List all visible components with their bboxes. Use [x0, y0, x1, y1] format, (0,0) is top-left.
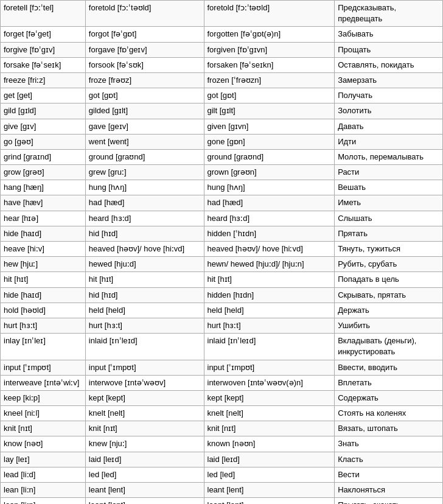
cell-participle: forgiven [fɒˈgɪvn]: [204, 42, 335, 57]
cell-translation: Держать: [335, 303, 443, 318]
cell-participle: interwoven [ɪntəˈwəʊv(ə)n]: [204, 375, 335, 390]
cell-past: kept [kept]: [85, 390, 204, 405]
table-row: lead [liːd]led [led]led [led]Вести: [1, 467, 443, 482]
cell-base: lean [liːn]: [1, 483, 86, 498]
cell-translation: Тянуть, тужиться: [335, 242, 443, 257]
cell-translation: Золотить: [335, 103, 443, 119]
cell-base: grow [grəʊ]: [1, 165, 86, 180]
cell-base: get [get]: [1, 88, 86, 103]
cell-past: foretold [fɔːˈtəʊld]: [85, 1, 204, 27]
cell-translation: Расти: [335, 165, 443, 180]
cell-translation: Прощать: [335, 42, 443, 57]
cell-past: forgot [fəˈgɒt]: [85, 27, 204, 42]
cell-past: ground [graʊnd]: [85, 149, 204, 164]
cell-past: knelt [nelt]: [85, 406, 204, 421]
table-row: grow [grəʊ]grew [gruː]grown [grəʊn]Расти: [1, 165, 443, 180]
table-row: knit [nɪt]knit [nɪt]knit [nɪt]Вязать, шт…: [1, 421, 443, 436]
cell-participle: known [nəʊn]: [204, 436, 335, 452]
cell-past: input [ˈɪmpʊt]: [85, 360, 204, 375]
cell-base: inlay [ɪnˈleɪ]: [1, 334, 86, 360]
cell-past: forgave [fɒˈgeɪv]: [85, 42, 204, 57]
table-row: hold [həʊld]held [held]held [held]Держат…: [1, 303, 443, 318]
cell-base: hide [haɪd]: [1, 287, 86, 303]
cell-base: freeze [friːz]: [1, 72, 86, 88]
cell-base: hurt [hɜːt]: [1, 318, 86, 333]
cell-translation: Вплетать: [335, 375, 443, 390]
table-row: forget [fəˈget]forgot [fəˈgɒt]forgotten …: [1, 27, 443, 42]
cell-base: hew [hjuː]: [1, 257, 86, 272]
cell-participle: hung [hʌŋ]: [204, 180, 335, 195]
cell-participle: knelt [nelt]: [204, 406, 335, 421]
cell-participle: heard [hɜːd]: [204, 211, 335, 226]
table-row: freeze [friːz]froze [frəʊz]frozen [ˈfrəʊ…: [1, 72, 443, 88]
table-row: interweave [ɪntəˈwiːv]interwove [ɪntəˈwə…: [1, 375, 443, 390]
cell-past: forsook [fəˈsʊk]: [85, 57, 204, 72]
cell-translation: Оставлять, покидать: [335, 57, 443, 72]
cell-participle: leapt [lept]: [204, 498, 335, 504]
cell-past: knit [nɪt]: [85, 421, 204, 436]
cell-base: leap [liːp]: [1, 498, 86, 504]
cell-participle: hewn/ hewed [hjuːd]/ [hjuːn]: [204, 257, 335, 272]
table-row: forsake [fəˈseɪk]forsook [fəˈsʊk]forsake…: [1, 57, 443, 72]
cell-past: leapt [lept]: [85, 498, 204, 504]
cell-translation: Иметь: [335, 195, 443, 211]
cell-translation: Молоть, перемалывать: [335, 149, 443, 164]
cell-past: hid [hɪd]: [85, 226, 204, 241]
cell-past: grew [gruː]: [85, 165, 204, 180]
cell-past: inlaid [ɪnˈleɪd]: [85, 334, 204, 360]
irregular-verbs-table: foretell [fɔːˈtel]foretold [fɔːˈtəʊld]fo…: [0, 0, 443, 504]
cell-translation: Вязать, штопать: [335, 421, 443, 436]
cell-base: input [ˈɪmpʊt]: [1, 360, 86, 375]
cell-translation: Вкладывать (деньги), инкрустировать: [335, 334, 443, 360]
table-row: lean [liːn]leant [lent]leant [lent]Накло…: [1, 483, 443, 498]
cell-participle: led [led]: [204, 467, 335, 482]
cell-translation: Идти: [335, 134, 443, 149]
cell-past: led [led]: [85, 467, 204, 482]
cell-past: knew [njuː]: [85, 436, 204, 452]
cell-base: hear [hɪə]: [1, 211, 86, 226]
cell-base: lay [leɪ]: [1, 452, 86, 467]
cell-base: lead [liːd]: [1, 467, 86, 482]
cell-translation: Попадать в цель: [335, 272, 443, 287]
cell-base: kneel [niːl]: [1, 406, 86, 421]
cell-past: leant [lent]: [85, 483, 204, 498]
table-row: hit [hɪt]hit [hɪt]hit [hɪt]Попадать в це…: [1, 272, 443, 287]
cell-translation: Класть: [335, 452, 443, 467]
table-row: hang [hæŋ]hung [hʌŋ]hung [hʌŋ]Вешать: [1, 180, 443, 195]
cell-base: give [gɪv]: [1, 119, 86, 134]
table-row: go [gəʊ]went [went]gone [gɒn]Идти: [1, 134, 443, 149]
table-row: input [ˈɪmpʊt]input [ˈɪmpʊt]input [ˈɪmpʊ…: [1, 360, 443, 375]
cell-translation: Вести: [335, 467, 443, 482]
table-row: kneel [niːl]knelt [nelt]knelt [nelt]Стоя…: [1, 406, 443, 421]
cell-past: interwove [ɪntəˈwəʊv]: [85, 375, 204, 390]
cell-participle: got [gɒt]: [204, 88, 335, 103]
cell-past: gilded [gɪlt]: [85, 103, 204, 119]
table-row: know [nəʊ]knew [njuː]known [nəʊn]Знать: [1, 436, 443, 452]
cell-translation: Скрывать, прятать: [335, 287, 443, 303]
cell-translation: Стоять на коленях: [335, 406, 443, 421]
cell-past: laid [leɪd]: [85, 452, 204, 467]
cell-past: heaved [həʊv]/ hove [hiːvd]: [85, 242, 204, 257]
cell-translation: Содержать: [335, 390, 443, 405]
cell-participle: gilt [gɪlt]: [204, 103, 335, 119]
cell-participle: inlaid [ɪnˈleɪd]: [204, 334, 335, 360]
cell-base: hold [həʊld]: [1, 303, 86, 318]
cell-participle: gone [gɒn]: [204, 134, 335, 149]
table-row: gild [gɪld]gilded [gɪlt]gilt [gɪlt]Золот…: [1, 103, 443, 119]
table-row: hide [haɪd]hid [hɪd]hidden [ˈhɪdn]Прятат…: [1, 226, 443, 241]
cell-translation: Забывать: [335, 27, 443, 42]
table-row: lay [leɪ]laid [leɪd]laid [leɪd]Класть: [1, 452, 443, 467]
cell-past: hurt [hɜːt]: [85, 318, 204, 333]
cell-translation: Давать: [335, 119, 443, 134]
cell-participle: knit [nɪt]: [204, 421, 335, 436]
cell-participle: hidden [ˈhɪdn]: [204, 226, 335, 241]
cell-translation: Знать: [335, 436, 443, 452]
cell-base: forget [fəˈget]: [1, 27, 86, 42]
cell-participle: leant [lent]: [204, 483, 335, 498]
cell-participle: forsaken [fəˈseɪkn]: [204, 57, 335, 72]
cell-translation: Ввести, вводить: [335, 360, 443, 375]
cell-participle: foretold [fɔːˈtəʊld]: [204, 1, 335, 27]
cell-base: hide [haɪd]: [1, 226, 86, 241]
cell-past: had [hæd]: [85, 195, 204, 211]
table-row: hide [haɪd]hid [hɪd]hidden [hɪdn]Скрыват…: [1, 287, 443, 303]
